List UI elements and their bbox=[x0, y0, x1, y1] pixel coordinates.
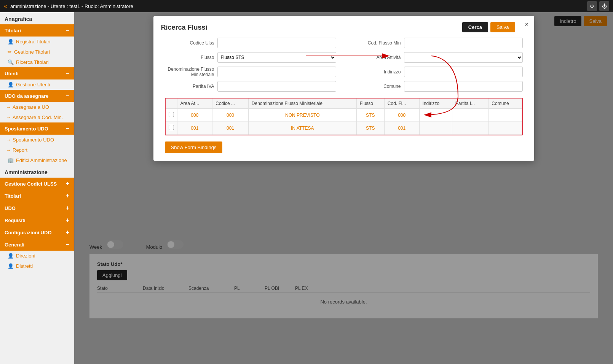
sidebar-item-distretti[interactable]: 👤 Distretti bbox=[0, 261, 74, 271]
sidebar-item-registra-titolari[interactable]: 👤 Registra Titolari bbox=[0, 37, 74, 47]
col-flusso: Flusso bbox=[356, 99, 384, 109]
sidebar-item-label: Direzioni bbox=[16, 253, 35, 259]
cell-codice: 000 bbox=[212, 109, 249, 122]
form-row-comune: Comune bbox=[351, 81, 523, 92]
udo-assegnare-toggle-icon: − bbox=[66, 92, 69, 99]
results-table: Area At... Codice ... Denominazione Flus… bbox=[166, 99, 522, 135]
row-checkbox-cell[interactable] bbox=[166, 122, 177, 135]
col-partita-i: Partita I... bbox=[452, 99, 488, 109]
row-checkbox[interactable] bbox=[169, 125, 174, 130]
sidebar-group-spostamento-label: Spostamento UDO bbox=[5, 126, 48, 132]
sidebar-group-spostamento-udo[interactable]: Spostamento UDO − bbox=[0, 122, 74, 135]
spostamento-toggle-icon: − bbox=[66, 125, 69, 132]
cell-comune bbox=[488, 109, 522, 122]
cell-indirizzo bbox=[419, 109, 452, 122]
form-row-area-attivita: Area Attività bbox=[351, 52, 523, 63]
table-row: 001 001 IN ATTESA STS 001 bbox=[166, 122, 522, 135]
sidebar-group-generali[interactable]: Generali − bbox=[0, 238, 74, 251]
codice-ulss-input[interactable] bbox=[217, 38, 336, 48]
sidebar-group-udo-assegnare[interactable]: UDO da assegnare − bbox=[0, 90, 74, 102]
partita-iva-input[interactable] bbox=[217, 81, 336, 92]
area-attivita-label: Area Attività bbox=[351, 55, 401, 60]
udo-admin-toggle-icon: + bbox=[66, 205, 69, 211]
sidebar-item-direzioni[interactable]: 👤 Direzioni bbox=[0, 251, 74, 261]
row-checkbox[interactable] bbox=[169, 112, 174, 117]
flusso-label: Flusso bbox=[165, 55, 214, 60]
table-header-row: Area At... Codice ... Denominazione Flus… bbox=[166, 99, 522, 109]
comune-input[interactable] bbox=[404, 81, 523, 92]
power-button[interactable]: ⏻ bbox=[599, 1, 609, 11]
indirizzo-label: Indirizzo bbox=[351, 69, 401, 75]
sidebar-group-requisiti[interactable]: Requisiti + bbox=[0, 214, 74, 226]
row-checkbox-cell[interactable] bbox=[166, 109, 177, 122]
col-codice: Codice ... bbox=[212, 99, 249, 109]
cell-cod-fl: 000 bbox=[384, 109, 419, 122]
sidebar-item-label: Assegnare a Cod. Min. bbox=[13, 114, 63, 120]
cell-flusso: STS bbox=[356, 109, 384, 122]
sidebar-group-gestione-codici[interactable]: Gestione Codici ULSS + bbox=[0, 178, 74, 190]
table-row: 000 000 NON PREVISTO STS 000 bbox=[166, 109, 522, 122]
edit-icon: ✏ bbox=[8, 49, 12, 55]
cell-denominazione: NON PREVISTO bbox=[248, 109, 356, 122]
anagrafica-title: Anagrafica bbox=[0, 12, 74, 24]
sidebar-item-edifici[interactable]: 🏢 Edifici Amministrazione bbox=[0, 155, 74, 165]
gestione-codici-toggle-icon: + bbox=[66, 180, 69, 187]
sidebar-group-configurazioni[interactable]: Configurazioni UDO + bbox=[0, 226, 74, 238]
back-arrow[interactable]: « bbox=[4, 3, 7, 10]
layout: Anagrafica Titolari − 👤 Registra Titolar… bbox=[0, 12, 613, 364]
flusso-select[interactable]: Flusso STS bbox=[217, 52, 336, 63]
search-icon: 🔍 bbox=[8, 59, 14, 65]
codice-ulss-label: Codice Ulss bbox=[165, 40, 214, 46]
partita-iva-label: Partita IVA bbox=[165, 84, 214, 89]
sidebar-item-assegnare-cod-min[interactable]: → Assegnare a Cod. Min. bbox=[0, 112, 74, 122]
app-title: amministrazione - Utente : test1 - Ruolo… bbox=[10, 3, 133, 9]
show-form-bindings-button[interactable]: Show Form Bindings bbox=[165, 141, 223, 153]
sidebar-group-udo-admin[interactable]: UDO + bbox=[0, 202, 74, 214]
sidebar-group-titolari[interactable]: Titolari − bbox=[0, 24, 74, 37]
sidebar-item-label: Gestione Utenti bbox=[16, 82, 50, 87]
denominazione-label: Denominazione FlussoMinisteriale bbox=[165, 67, 214, 77]
sidebar-group-titolari-label: Titolari bbox=[5, 28, 21, 33]
sidebar-group-utenti-label: Utenti bbox=[5, 71, 19, 76]
generali-toggle-icon: − bbox=[66, 241, 69, 248]
cell-partita-i bbox=[452, 109, 488, 122]
sidebar-item-label: Registra Titolari bbox=[16, 39, 50, 45]
sidebar-group-utenti[interactable]: Utenti − bbox=[0, 67, 74, 79]
sidebar-item-label: Ricerca Titolari bbox=[16, 59, 49, 65]
arrow-icon: → bbox=[6, 114, 11, 120]
arrow-icon: → bbox=[6, 137, 11, 143]
settings-button[interactable]: ⚙ bbox=[587, 1, 597, 11]
modal-buttons: Cerca Salva bbox=[462, 22, 515, 32]
sidebar-item-ricerca-titolari[interactable]: 🔍 Ricerca Titolari bbox=[0, 57, 74, 67]
sidebar: Anagrafica Titolari − 👤 Registra Titolar… bbox=[0, 12, 74, 364]
indirizzo-input[interactable] bbox=[404, 67, 523, 77]
sidebar-item-report[interactable]: → Report bbox=[0, 145, 74, 155]
titolari-admin-toggle-icon: + bbox=[66, 192, 69, 199]
denominazione-input[interactable] bbox=[217, 67, 336, 77]
sidebar-item-gestione-utenti[interactable]: 👤 Gestione Utenti bbox=[0, 79, 74, 90]
building-icon: 🏢 bbox=[8, 157, 14, 163]
settings-icon: ⚙ bbox=[590, 3, 594, 9]
top-bar-icons: ⚙ ⏻ bbox=[587, 1, 609, 11]
sidebar-group-label: Titolari bbox=[5, 193, 21, 199]
sidebar-group-label: Generali bbox=[5, 242, 24, 248]
sidebar-item-spostamento-udo[interactable]: → Spostamento UDO bbox=[0, 135, 74, 145]
cod-flusso-min-label: Cod. Flusso Min bbox=[351, 40, 401, 46]
modal-overlay: Ricerca Flussi × Cerca Salva Codice Ulss bbox=[74, 12, 613, 364]
cell-comune bbox=[488, 122, 522, 135]
cod-flusso-min-input[interactable] bbox=[404, 38, 523, 48]
sidebar-item-label: Gestione Titolari bbox=[14, 49, 50, 55]
cell-denominazione: IN ATTESA bbox=[248, 122, 356, 135]
person-icon: 👤 bbox=[8, 39, 14, 45]
area-attivita-select[interactable] bbox=[404, 52, 523, 63]
col-denominazione: Denominazione Flusso Ministeriale bbox=[248, 99, 356, 109]
sidebar-item-gestione-titolari[interactable]: ✏ Gestione Titolari bbox=[0, 47, 74, 57]
cerca-button[interactable]: Cerca bbox=[462, 22, 488, 32]
col-indirizzo: Indirizzo bbox=[419, 99, 452, 109]
modal-close-button[interactable]: × bbox=[525, 21, 529, 29]
sidebar-group-titolari-admin[interactable]: Titolari + bbox=[0, 190, 74, 202]
col-checkbox bbox=[166, 99, 177, 109]
salva-modal-button[interactable]: Salva bbox=[490, 22, 515, 32]
sidebar-item-assegnare-uo[interactable]: → Assegnare a UO bbox=[0, 102, 74, 112]
titolari-toggle-icon: − bbox=[66, 27, 69, 34]
